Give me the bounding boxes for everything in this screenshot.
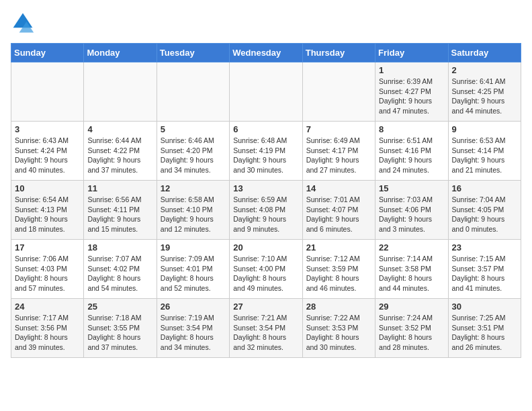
calendar-header-friday: Friday bbox=[375, 44, 448, 62]
day-info: Sunrise: 7:14 AMSunset: 3:58 PMDaylight:… bbox=[379, 254, 444, 293]
day-number: 2 bbox=[452, 65, 517, 75]
day-info: Sunrise: 7:12 AMSunset: 3:59 PMDaylight:… bbox=[306, 254, 371, 293]
day-info: Sunrise: 6:53 AMSunset: 4:14 PMDaylight:… bbox=[452, 136, 517, 175]
calendar-cell: 3Sunrise: 6:43 AMSunset: 4:24 PMDaylight… bbox=[11, 122, 84, 181]
calendar-cell: 27Sunrise: 7:21 AMSunset: 3:54 PMDayligh… bbox=[230, 299, 302, 358]
day-number: 18 bbox=[87, 242, 152, 253]
day-info: Sunrise: 6:58 AMSunset: 4:10 PMDaylight:… bbox=[161, 195, 226, 234]
calendar-cell: 2Sunrise: 6:41 AMSunset: 4:25 PMDaylight… bbox=[448, 62, 521, 122]
calendar-header-tuesday: Tuesday bbox=[157, 44, 229, 62]
calendar-cell: 4Sunrise: 6:44 AMSunset: 4:22 PMDaylight… bbox=[84, 122, 157, 181]
calendar-cell: 5Sunrise: 6:46 AMSunset: 4:20 PMDaylight… bbox=[157, 122, 229, 181]
day-info: Sunrise: 6:51 AMSunset: 4:16 PMDaylight:… bbox=[379, 136, 444, 175]
day-number: 10 bbox=[15, 183, 80, 193]
day-number: 25 bbox=[87, 302, 152, 312]
day-number: 22 bbox=[379, 242, 444, 253]
day-info: Sunrise: 7:18 AMSunset: 3:55 PMDaylight:… bbox=[87, 313, 152, 353]
calendar-cell: 11Sunrise: 6:56 AMSunset: 4:11 PMDayligh… bbox=[84, 181, 157, 240]
calendar-cell: 26Sunrise: 7:19 AMSunset: 3:54 PMDayligh… bbox=[157, 299, 229, 358]
day-number: 5 bbox=[161, 124, 226, 134]
calendar-table: SundayMondayTuesdayWednesdayThursdayFrid… bbox=[11, 43, 521, 358]
calendar-cell: 14Sunrise: 7:01 AMSunset: 4:07 PMDayligh… bbox=[302, 181, 375, 240]
calendar-cell: 13Sunrise: 6:59 AMSunset: 4:08 PMDayligh… bbox=[230, 181, 302, 240]
day-number: 30 bbox=[452, 302, 517, 312]
calendar-cell: 22Sunrise: 7:14 AMSunset: 3:58 PMDayligh… bbox=[375, 240, 448, 299]
calendar-cell: 24Sunrise: 7:17 AMSunset: 3:56 PMDayligh… bbox=[11, 299, 84, 358]
calendar-cell: 29Sunrise: 7:24 AMSunset: 3:52 PMDayligh… bbox=[375, 299, 448, 358]
calendar-cell bbox=[230, 62, 302, 122]
day-info: Sunrise: 7:19 AMSunset: 3:54 PMDaylight:… bbox=[161, 313, 226, 353]
calendar-cell bbox=[84, 62, 157, 122]
day-number: 7 bbox=[306, 124, 371, 134]
calendar-cell bbox=[157, 62, 229, 122]
calendar-cell: 8Sunrise: 6:51 AMSunset: 4:16 PMDaylight… bbox=[375, 122, 448, 181]
calendar-cell: 30Sunrise: 7:25 AMSunset: 3:51 PMDayligh… bbox=[448, 299, 521, 358]
day-info: Sunrise: 6:39 AMSunset: 4:27 PMDaylight:… bbox=[379, 77, 444, 116]
day-number: 13 bbox=[233, 183, 298, 193]
logo-icon bbox=[11, 11, 35, 35]
calendar-cell: 20Sunrise: 7:10 AMSunset: 4:00 PMDayligh… bbox=[230, 240, 302, 299]
calendar-week-row: 1Sunrise: 6:39 AMSunset: 4:27 PMDaylight… bbox=[11, 62, 521, 122]
day-number: 14 bbox=[306, 183, 371, 193]
calendar-header-row: SundayMondayTuesdayWednesdayThursdayFrid… bbox=[11, 44, 521, 62]
day-number: 29 bbox=[379, 302, 444, 312]
day-info: Sunrise: 6:44 AMSunset: 4:22 PMDaylight:… bbox=[87, 136, 152, 175]
day-number: 4 bbox=[87, 124, 152, 134]
calendar-header-thursday: Thursday bbox=[302, 44, 375, 62]
day-number: 3 bbox=[15, 124, 80, 134]
page-header bbox=[11, 11, 521, 35]
calendar-cell: 28Sunrise: 7:22 AMSunset: 3:53 PMDayligh… bbox=[302, 299, 375, 358]
svg-marker-0 bbox=[13, 13, 33, 28]
day-number: 28 bbox=[306, 302, 371, 312]
day-number: 6 bbox=[233, 124, 298, 134]
day-info: Sunrise: 7:01 AMSunset: 4:07 PMDaylight:… bbox=[306, 195, 371, 234]
logo bbox=[11, 11, 38, 35]
day-info: Sunrise: 6:43 AMSunset: 4:24 PMDaylight:… bbox=[15, 136, 80, 175]
calendar-cell: 12Sunrise: 6:58 AMSunset: 4:10 PMDayligh… bbox=[157, 181, 229, 240]
day-number: 26 bbox=[161, 302, 226, 312]
day-info: Sunrise: 7:07 AMSunset: 4:02 PMDaylight:… bbox=[87, 254, 152, 293]
calendar-cell: 1Sunrise: 6:39 AMSunset: 4:27 PMDaylight… bbox=[375, 62, 448, 122]
day-info: Sunrise: 6:49 AMSunset: 4:17 PMDaylight:… bbox=[306, 136, 371, 175]
day-info: Sunrise: 7:21 AMSunset: 3:54 PMDaylight:… bbox=[233, 313, 298, 353]
calendar-cell: 15Sunrise: 7:03 AMSunset: 4:06 PMDayligh… bbox=[375, 181, 448, 240]
day-number: 16 bbox=[452, 183, 517, 193]
day-info: Sunrise: 7:03 AMSunset: 4:06 PMDaylight:… bbox=[379, 195, 444, 234]
calendar-week-row: 3Sunrise: 6:43 AMSunset: 4:24 PMDaylight… bbox=[11, 122, 521, 181]
calendar-week-row: 24Sunrise: 7:17 AMSunset: 3:56 PMDayligh… bbox=[11, 299, 521, 358]
calendar-header-sunday: Sunday bbox=[11, 44, 84, 62]
calendar-cell: 9Sunrise: 6:53 AMSunset: 4:14 PMDaylight… bbox=[448, 122, 521, 181]
day-info: Sunrise: 6:59 AMSunset: 4:08 PMDaylight:… bbox=[233, 195, 298, 234]
calendar-cell: 19Sunrise: 7:09 AMSunset: 4:01 PMDayligh… bbox=[157, 240, 229, 299]
day-number: 8 bbox=[379, 124, 444, 134]
day-number: 27 bbox=[233, 302, 298, 312]
day-number: 1 bbox=[379, 65, 444, 75]
day-info: Sunrise: 6:41 AMSunset: 4:25 PMDaylight:… bbox=[452, 77, 517, 116]
calendar-cell: 18Sunrise: 7:07 AMSunset: 4:02 PMDayligh… bbox=[84, 240, 157, 299]
day-info: Sunrise: 6:54 AMSunset: 4:13 PMDaylight:… bbox=[15, 195, 80, 234]
day-number: 19 bbox=[161, 242, 226, 253]
day-number: 23 bbox=[452, 242, 517, 253]
calendar-header-wednesday: Wednesday bbox=[230, 44, 302, 62]
calendar-header-monday: Monday bbox=[84, 44, 157, 62]
calendar-cell bbox=[302, 62, 375, 122]
calendar-week-row: 10Sunrise: 6:54 AMSunset: 4:13 PMDayligh… bbox=[11, 181, 521, 240]
day-info: Sunrise: 7:10 AMSunset: 4:00 PMDaylight:… bbox=[233, 254, 298, 293]
day-info: Sunrise: 6:56 AMSunset: 4:11 PMDaylight:… bbox=[87, 195, 152, 234]
day-info: Sunrise: 7:04 AMSunset: 4:05 PMDaylight:… bbox=[452, 195, 517, 234]
day-info: Sunrise: 6:46 AMSunset: 4:20 PMDaylight:… bbox=[161, 136, 226, 175]
calendar-week-row: 17Sunrise: 7:06 AMSunset: 4:03 PMDayligh… bbox=[11, 240, 521, 299]
calendar-cell: 7Sunrise: 6:49 AMSunset: 4:17 PMDaylight… bbox=[302, 122, 375, 181]
day-number: 11 bbox=[87, 183, 152, 193]
day-info: Sunrise: 7:09 AMSunset: 4:01 PMDaylight:… bbox=[161, 254, 226, 293]
day-number: 20 bbox=[233, 242, 298, 253]
day-number: 9 bbox=[452, 124, 517, 134]
day-info: Sunrise: 7:22 AMSunset: 3:53 PMDaylight:… bbox=[306, 313, 371, 353]
day-info: Sunrise: 7:15 AMSunset: 3:57 PMDaylight:… bbox=[452, 254, 517, 293]
day-number: 15 bbox=[379, 183, 444, 193]
day-info: Sunrise: 6:48 AMSunset: 4:19 PMDaylight:… bbox=[233, 136, 298, 175]
calendar-cell: 25Sunrise: 7:18 AMSunset: 3:55 PMDayligh… bbox=[84, 299, 157, 358]
day-number: 21 bbox=[306, 242, 371, 253]
day-number: 17 bbox=[15, 242, 80, 253]
day-info: Sunrise: 7:06 AMSunset: 4:03 PMDaylight:… bbox=[15, 254, 80, 293]
